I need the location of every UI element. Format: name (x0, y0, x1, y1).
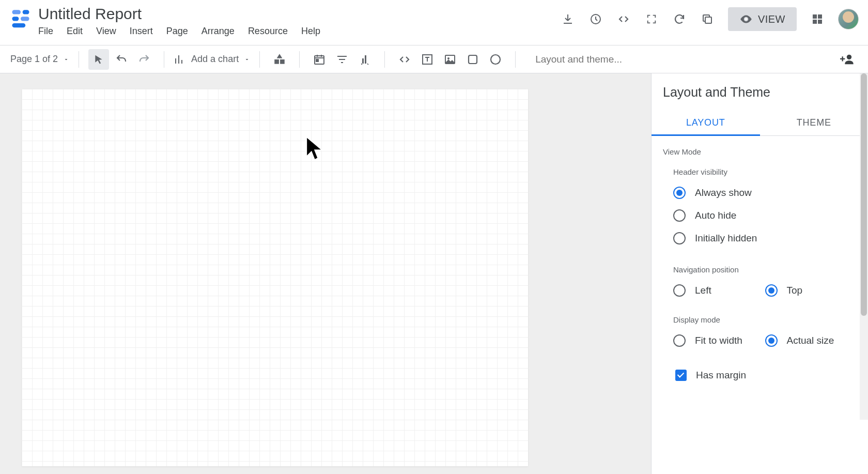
add-chart-label: Add a chart (191, 54, 239, 65)
svg-rect-8 (813, 14, 817, 19)
filter-control-icon[interactable] (332, 49, 352, 70)
chevron-down-icon (63, 56, 69, 63)
menu-insert[interactable]: Insert (130, 26, 153, 37)
separator (164, 51, 164, 68)
rectangle-icon[interactable] (462, 49, 483, 70)
text-box-icon[interactable] (417, 49, 438, 70)
canvas-area (0, 73, 651, 474)
radio-fit-width[interactable]: Fit to width (673, 334, 765, 347)
svg-rect-2 (12, 17, 19, 21)
redo-icon[interactable] (134, 49, 154, 70)
separator (259, 51, 260, 68)
select-tool-icon[interactable] (88, 49, 109, 70)
svg-rect-6 (705, 17, 711, 23)
label-header-visibility: Header visibility (652, 158, 868, 181)
page-selector-label: Page 1 of 2 (10, 54, 58, 65)
menu-page[interactable]: Page (166, 26, 188, 37)
svg-rect-13 (280, 59, 285, 64)
copy-icon[interactable] (700, 12, 715, 26)
panel-title: Layout and Theme (652, 73, 868, 110)
menu-resource[interactable]: Resource (248, 26, 288, 37)
radio-icon (673, 284, 686, 297)
svg-point-18 (447, 57, 450, 59)
svg-rect-1 (23, 10, 29, 14)
radio-label: Actual size (787, 335, 834, 346)
menu-arrange[interactable]: Arrange (202, 26, 235, 37)
separator (384, 51, 385, 68)
radio-auto-hide[interactable]: Auto hide (652, 204, 868, 227)
checkbox-icon (675, 370, 687, 381)
main-area: Layout and Theme LAYOUT THEME View Mode … (0, 73, 868, 474)
eye-icon (739, 12, 753, 26)
toolbar: Page 1 of 2 Add a chart (0, 45, 868, 73)
layout-theme-input[interactable] (525, 54, 835, 65)
svg-rect-9 (818, 14, 822, 19)
radio-nav-left[interactable]: Left (673, 284, 765, 297)
side-panel: Layout and Theme LAYOUT THEME View Mode … (651, 73, 868, 474)
url-embed-icon[interactable] (394, 49, 415, 70)
checkbox-has-margin[interactable]: Has margin (652, 364, 868, 386)
radio-actual-size[interactable]: Actual size (765, 334, 857, 347)
svg-point-20 (491, 55, 500, 64)
separator (515, 51, 516, 68)
circle-icon[interactable] (485, 49, 506, 70)
header-actions: VIEW (561, 7, 859, 31)
checkbox-label: Has margin (696, 370, 746, 381)
document-title[interactable]: Untitled Report (38, 4, 561, 24)
radio-label: Auto hide (695, 210, 736, 221)
radio-always-show[interactable]: Always show (652, 181, 868, 204)
radio-icon (673, 209, 686, 222)
label-navigation-position: Navigation position (652, 250, 868, 279)
add-people-icon[interactable] (837, 49, 858, 70)
image-icon[interactable] (440, 49, 460, 70)
radio-icon (673, 232, 686, 244)
undo-icon[interactable] (111, 49, 132, 70)
menu-view[interactable]: View (96, 26, 116, 37)
svg-rect-12 (274, 59, 279, 64)
scrollbar-thumb[interactable] (861, 73, 867, 316)
view-button-label: VIEW (758, 13, 785, 25)
svg-point-7 (745, 18, 747, 20)
embed-icon[interactable] (616, 12, 631, 26)
radio-label: Left (695, 285, 711, 296)
user-avatar[interactable] (838, 9, 859, 29)
radio-icon (673, 187, 686, 199)
radio-label: Always show (695, 187, 752, 198)
date-range-icon[interactable] (309, 49, 330, 70)
svg-rect-15 (316, 59, 318, 62)
app-header: Untitled Report File Edit View Insert Pa… (0, 0, 868, 45)
community-visualization-icon[interactable] (269, 49, 290, 70)
menu-file[interactable]: File (38, 26, 53, 37)
tab-layout[interactable]: LAYOUT (652, 110, 760, 135)
radio-icon (765, 334, 778, 347)
radio-initially-hidden[interactable]: Initially hidden (652, 227, 868, 250)
radio-icon (765, 284, 778, 297)
app-logo-icon (9, 6, 32, 29)
svg-rect-3 (21, 17, 29, 21)
apps-grid-icon[interactable] (810, 12, 825, 26)
radio-nav-top[interactable]: Top (765, 284, 857, 297)
svg-rect-19 (469, 55, 477, 64)
download-icon[interactable] (561, 12, 575, 26)
menu-help[interactable]: Help (301, 26, 320, 37)
fullscreen-icon[interactable] (644, 12, 659, 26)
chevron-down-icon (244, 56, 250, 63)
report-canvas[interactable] (22, 89, 528, 466)
data-control-icon[interactable] (354, 49, 375, 70)
page-selector[interactable]: Page 1 of 2 (10, 54, 69, 65)
history-icon[interactable] (588, 12, 603, 26)
scrollbar[interactable] (860, 73, 868, 420)
label-display-mode: Display mode (652, 302, 868, 329)
menu-edit[interactable]: Edit (67, 26, 83, 37)
title-and-menus: Untitled Report File Edit View Insert Pa… (38, 4, 561, 37)
radio-label: Fit to width (695, 335, 742, 346)
add-chart-button[interactable]: Add a chart (174, 53, 250, 66)
bar-chart-icon (174, 53, 186, 66)
svg-rect-0 (12, 10, 21, 14)
svg-point-21 (847, 54, 851, 59)
refresh-icon[interactable] (672, 12, 687, 26)
tab-theme[interactable]: THEME (760, 110, 869, 135)
view-button[interactable]: VIEW (728, 7, 797, 31)
menu-bar: File Edit View Insert Page Arrange Resou… (38, 26, 561, 37)
section-view-mode: View Mode (652, 136, 868, 158)
